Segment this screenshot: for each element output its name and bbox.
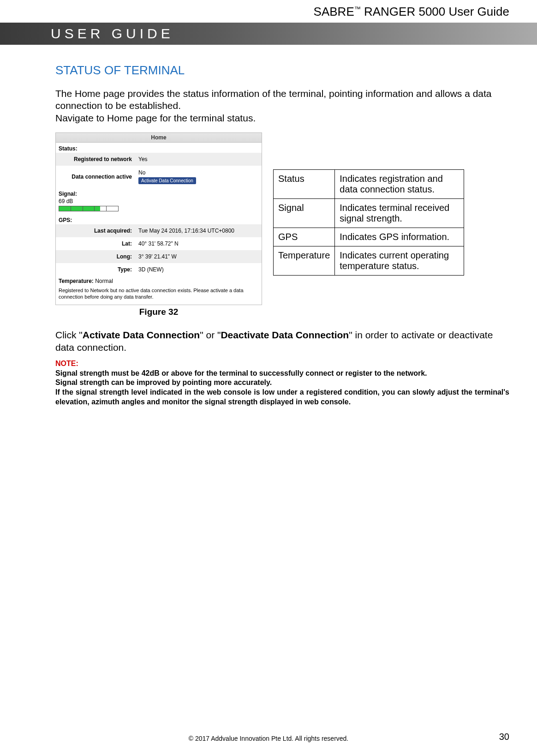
signal-seg-1 [59,206,71,211]
product-suffix: RANGER 5000 User Guide [364,5,509,18]
after-figure-text: Click "Activate Data Connection" or "Dea… [55,329,509,354]
desc-val-2: Indicates GPS information. [335,228,464,246]
long-val: 3° 39' 21.41" W [137,253,262,260]
activate-data-connection-button[interactable]: Activate Data Connection [138,177,196,184]
home-panel-screenshot: Home Status: Registered to network Yes D… [55,132,262,306]
intro-line2: Navigate to Home page for the terminal s… [55,112,509,124]
panel-footer-msg: Registered to Network but no active data… [56,286,262,305]
row-type: Type: 3D (NEW) [56,263,262,276]
status-heading: Status: [56,143,262,153]
note-line3: If the signal strength level indicated i… [55,388,509,407]
desc-val-0: Indicates registration and data connecti… [335,169,464,198]
figure-caption: Figure 32 [55,307,262,317]
desc-val-1: Indicates terminal received signal stren… [335,198,464,228]
temp-val: Normal [95,278,113,284]
signal-bar [59,206,119,211]
gps-heading: GPS: [56,214,262,224]
copyright-footer: © 2017 Addvalue Innovation Pte Ltd. All … [0,735,537,742]
after-pre: Click " [55,330,83,340]
after-bold2: Deactivate Data Connection [221,330,349,340]
intro-text: The Home page provides the status inform… [55,88,509,124]
row-last-acquired: Last acquired: Tue May 24 2016, 17:16:34… [56,224,262,237]
last-val: Tue May 24 2016, 17:16:34 UTC+0800 [137,228,262,234]
type-key: Type: [56,266,137,273]
desc-key-2: GPS [274,228,335,246]
registered-key: Registered to network [56,156,137,162]
doc-header: SABRE™ RANGER 5000 User Guide [0,0,537,23]
row-registered: Registered to network Yes [56,153,262,166]
registered-val: Yes [137,156,262,162]
last-key: Last acquired: [56,228,137,234]
row-data-connection: Data connection active No Activate Data … [56,166,262,188]
table-row: Status Indicates registration and data c… [274,169,464,198]
after-bold1: Activate Data Connection [83,330,200,340]
signal-db: 69 dB [56,198,262,206]
data-conn-val: No [138,169,262,176]
signal-seg-5 [107,206,118,211]
signal-seg-4 [95,206,107,211]
description-table: Status Indicates registration and data c… [273,169,464,276]
note-block: NOTE: Signal strength must be 42dB or ab… [55,359,509,407]
type-val: 3D (NEW) [137,266,262,273]
row-long: Long: 3° 39' 21.41" W [56,250,262,263]
desc-key-0: Status [274,169,335,198]
desc-key-1: Signal [274,198,335,228]
table-row: Signal Indicates terminal received signa… [274,198,464,228]
tm-symbol: ™ [354,5,361,12]
desc-key-3: Temperature [274,246,335,275]
note-label: NOTE: [55,359,509,369]
table-row: GPS Indicates GPS information. [274,228,464,246]
long-key: Long: [56,253,137,260]
row-temperature: Temperature: Normal [56,276,262,286]
data-conn-key: Data connection active [56,174,137,180]
desc-val-3: Indicates current operating temperature … [335,246,464,275]
panel-title: Home [56,133,262,143]
intro-line1: The Home page provides the status inform… [55,88,509,112]
after-mid: " or " [200,330,221,340]
lat-val: 40° 31' 58.72" N [137,240,262,247]
row-lat: Lat: 40° 31' 58.72" N [56,237,262,250]
page-number: 30 [499,732,509,742]
banner: USER GUIDE [0,23,537,45]
data-conn-val-wrap: No Activate Data Connection [137,169,262,184]
signal-heading: Signal: [56,188,262,198]
note-line1: Signal strength must be 42dB or above fo… [55,369,509,378]
table-row: Temperature Indicates current operating … [274,246,464,275]
signal-seg-3 [83,206,95,211]
signal-seg-2 [71,206,83,211]
section-heading: STATUS OF TERMINAL [55,63,509,78]
temp-label: Temperature: [59,278,94,284]
product-name: SABRE [314,5,354,18]
note-line2: Signal strength can be improved by point… [55,378,509,388]
banner-text: USER GUIDE [51,26,174,42]
lat-key: Lat: [56,240,137,247]
